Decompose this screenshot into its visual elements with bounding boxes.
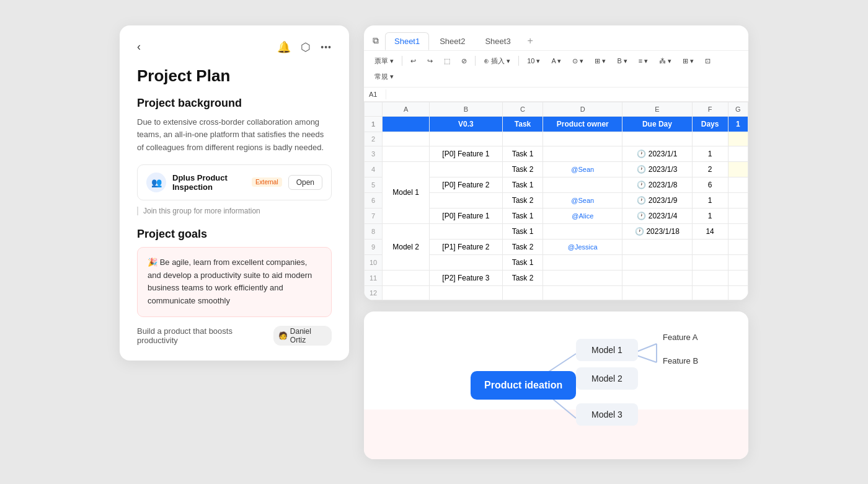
join-hint: Join this group for more information	[137, 207, 332, 215]
user-tag: 🧑 Daniel Ortiz	[273, 326, 332, 346]
data-header-row: 1 V0.3 Task Product owner Due Day Days 1	[365, 116, 748, 132]
toolbar: 票單 ▾ ↩ ↪ ⬚ ⊘ ⊕ 插入 ▾ 10 ▾ A ▾ ⊙ ▾ ⊞ ▾ B ▾…	[364, 51, 748, 87]
productivity-row: Build a product that boosts productivity…	[137, 326, 332, 346]
merge-button[interactable]: ⊡	[701, 55, 715, 67]
top-icons: 🔔 ⬡ •••	[277, 40, 332, 54]
mindmap-card: Product ideation Model 1 Model 2 Model 3…	[364, 311, 748, 459]
table-row: 11[P2] Feature 3Task 2	[365, 270, 748, 285]
table-row: 3[P0] Feature 1Task 1🕐 2023/1/11	[365, 146, 748, 161]
format-menu[interactable]: 常規 ▾	[370, 70, 398, 83]
table-row: 4Model 1Task 2@Sean🕐 2023/1/32	[365, 161, 748, 177]
col-headers: A B C D E F G	[365, 102, 748, 116]
font-color[interactable]: A ▾	[547, 55, 565, 67]
back-button[interactable]: ‹	[137, 40, 141, 53]
productivity-text: Build a product that boosts productivity	[137, 326, 270, 345]
border-menu[interactable]: ⊞ ▾	[590, 55, 610, 67]
tab-sheet1[interactable]: Sheet1	[385, 32, 429, 50]
goals-card-text: 🎉 Be agile, learn from excellent compani…	[148, 256, 321, 308]
background-text: Due to extensive cross-border collaborat…	[137, 116, 332, 155]
insert-menu[interactable]: ⊕ 插入 ▾	[479, 55, 515, 68]
bg-color[interactable]: ⊙ ▾	[568, 55, 588, 67]
bold-button[interactable]: B ▾	[613, 55, 631, 67]
table-row: 2	[365, 132, 748, 146]
user-emoji: 🧑	[278, 331, 288, 340]
group-name: Dplus Product Inspection	[172, 173, 242, 192]
tab-sheet3[interactable]: Sheet3	[476, 32, 520, 50]
table-row: 8Model 2Task 1🕐 2023/1/1814	[365, 223, 748, 239]
background-heading: Project background	[137, 97, 332, 110]
goals-card: 🎉 Be agile, learn from excellent compani…	[137, 247, 332, 317]
more-icon[interactable]: •••	[321, 42, 332, 52]
mindmap-node-model3: Model 3	[576, 403, 638, 426]
top-bar: ‹ 🔔 ⬡ •••	[137, 40, 332, 54]
open-button[interactable]: Open	[288, 175, 322, 190]
align-menu[interactable]: ≡ ▾	[634, 55, 652, 67]
redo-button[interactable]: ↪	[423, 55, 437, 67]
clear-button[interactable]: ⊘	[457, 55, 471, 67]
table-row: 12	[365, 285, 748, 300]
valign-menu[interactable]: ⁂ ▾	[655, 55, 676, 67]
group-avatar: 👥	[146, 173, 166, 192]
mindmap-node-model2: Model 2	[576, 367, 638, 390]
undo-button[interactable]: ↩	[406, 55, 420, 67]
spreadsheet-card: ⧉ Sheet1 Sheet2 Sheet3 + 票單 ▾ ↩ ↪ ⬚ ⊘ ⊕ …	[364, 25, 748, 300]
mindmap-center-node: Product ideation	[471, 371, 576, 400]
user-name: Daniel Ortiz	[290, 327, 327, 344]
goals-heading: Project goals	[137, 228, 332, 241]
bell-icon[interactable]: 🔔	[277, 40, 291, 54]
ticket-menu[interactable]: 票單 ▾	[370, 55, 398, 68]
share-icon[interactable]: ⬡	[301, 40, 311, 54]
sep1	[402, 56, 402, 66]
goals-emoji: 🎉	[148, 258, 157, 267]
font-size-menu[interactable]: 10 ▾	[523, 55, 544, 67]
spreadsheet-table: A B C D E F G 1 V0.3 Task	[364, 102, 748, 300]
add-sheet-button[interactable]: +	[521, 32, 539, 50]
mindmap-content: Product ideation Model 1 Model 2 Model 3…	[384, 326, 728, 444]
group-card: 👥 Dplus Product Inspection External Open	[137, 164, 332, 200]
external-badge: External	[252, 177, 282, 187]
mindmap-feature-a: Feature A	[663, 333, 698, 342]
tab-sheet2[interactable]: Sheet2	[430, 32, 474, 50]
mindmap-node-model1: Model 1	[576, 339, 638, 361]
right-panel: ⧉ Sheet1 Sheet2 Sheet3 + 票單 ▾ ↩ ↪ ⬚ ⊘ ⊕ …	[364, 25, 748, 459]
sep3	[518, 56, 519, 66]
layers-icon: ⧉	[373, 35, 379, 46]
goals-section: Project goals 🎉 Be agile, learn from exc…	[137, 228, 332, 346]
left-panel: ‹ 🔔 ⬡ ••• Project Plan Project backgroun…	[120, 25, 349, 361]
page-title: Project Plan	[137, 66, 332, 86]
wrap-menu[interactable]: ⊞ ▾	[678, 55, 698, 67]
sep2	[475, 56, 476, 66]
cell-reference: A1	[364, 89, 386, 99]
copy-button[interactable]: ⬚	[440, 55, 454, 67]
sheet-tabs: ⧉ Sheet1 Sheet2 Sheet3 +	[364, 25, 748, 51]
mindmap-feature-b: Feature B	[663, 356, 698, 365]
